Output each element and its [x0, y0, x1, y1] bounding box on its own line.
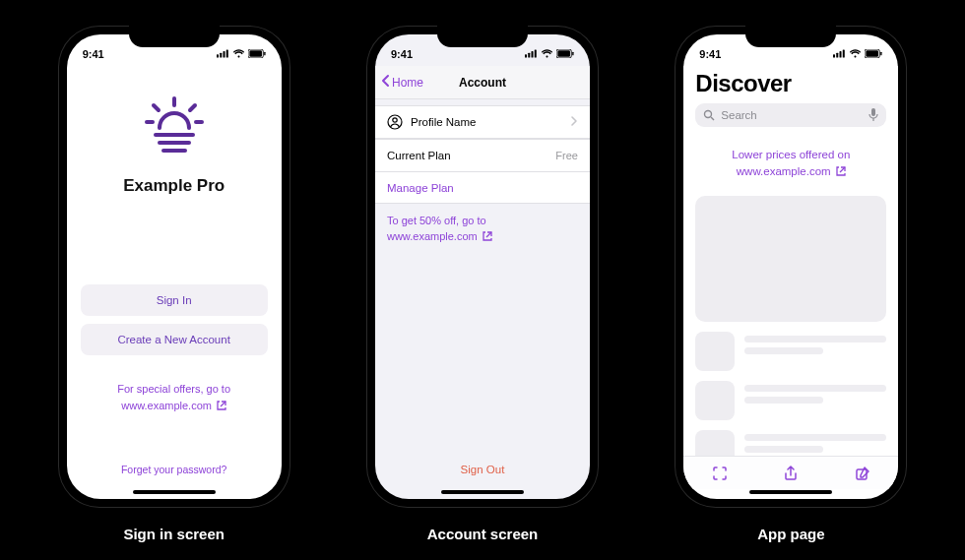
wifi-icon	[232, 48, 245, 60]
home-indicator	[441, 490, 524, 494]
phone-notch	[745, 26, 836, 47]
svg-rect-21	[572, 52, 573, 56]
discover-header: Discover	[683, 66, 898, 103]
search-input[interactable]: Search	[695, 103, 886, 127]
svg-rect-16	[528, 53, 530, 58]
phone-apppage: 9:41 Discover Search Lower prices offere…	[675, 26, 907, 508]
caption-account: Account screen	[427, 526, 539, 542]
svg-rect-3	[225, 49, 227, 57]
phone-account: 9:41 Home Account Profile Name	[366, 26, 599, 508]
manage-plan-label: Manage Plan	[387, 182, 454, 194]
svg-rect-1	[220, 53, 222, 58]
battery-icon	[865, 48, 882, 60]
hero-placeholder	[695, 196, 886, 322]
caption-signin: Sign in screen	[123, 526, 225, 542]
battery-icon	[248, 48, 266, 60]
list-item	[695, 332, 886, 371]
offer-link[interactable]: For special offers, go to www.example.co…	[81, 381, 268, 414]
foot-line2: www.example.com	[387, 230, 478, 242]
cellular-icon	[525, 48, 538, 60]
status-time: 9:41	[83, 48, 104, 60]
status-icons	[525, 48, 574, 60]
back-button[interactable]: Home	[381, 74, 423, 91]
svg-rect-27	[843, 49, 845, 57]
nav-title: Account	[459, 76, 506, 90]
svg-rect-15	[525, 54, 527, 57]
content-placeholders	[683, 192, 898, 500]
wifi-icon	[849, 48, 862, 60]
status-icons	[217, 48, 266, 60]
svg-rect-26	[840, 51, 842, 58]
chevron-right-icon	[570, 115, 578, 129]
svg-rect-33	[871, 108, 875, 116]
create-account-button[interactable]: Create a New Account	[81, 324, 268, 355]
app-title: Example Pro	[123, 176, 225, 196]
cellular-icon	[833, 48, 846, 60]
svg-rect-5	[249, 50, 262, 56]
plan-label: Current Plan	[387, 150, 451, 161]
caption-apppage: App page	[757, 526, 824, 542]
svg-rect-17	[531, 51, 533, 58]
navbar: Home Account	[375, 66, 590, 99]
scan-icon[interactable]	[712, 466, 728, 481]
discover-title: Discover	[695, 70, 886, 97]
svg-line-9	[190, 105, 195, 110]
svg-rect-29	[867, 50, 879, 56]
phone-notch	[437, 26, 528, 47]
chevron-left-icon	[381, 74, 391, 91]
search-placeholder: Search	[721, 109, 756, 121]
home-indicator	[749, 490, 832, 494]
svg-rect-25	[837, 53, 839, 58]
share-icon[interactable]	[783, 466, 799, 481]
svg-point-23	[393, 118, 397, 122]
svg-rect-18	[535, 49, 537, 57]
search-icon	[703, 109, 715, 121]
profile-label: Profile Name	[411, 116, 476, 128]
phone-notch	[129, 26, 220, 47]
svg-rect-2	[223, 51, 225, 58]
row-profile[interactable]: Profile Name	[375, 106, 590, 138]
offer-line2: www.example.com	[121, 400, 212, 411]
external-link-icon	[482, 230, 492, 246]
row-current-plan: Current Plan Free	[375, 140, 590, 171]
bottom-toolbar	[683, 456, 898, 489]
promo-line1: Lower prices offered on	[732, 149, 850, 160]
phone-signin: 9:41	[58, 26, 290, 508]
thumb-placeholder	[695, 381, 735, 420]
svg-rect-0	[217, 54, 219, 57]
signout-link[interactable]: Sign Out	[375, 464, 590, 475]
external-link-icon	[217, 399, 226, 415]
svg-rect-6	[264, 52, 265, 56]
promo-line2: www.example.com	[737, 165, 831, 177]
plan-value: Free	[555, 150, 578, 161]
list-item	[695, 381, 886, 420]
cellular-icon	[217, 48, 229, 60]
svg-rect-20	[557, 50, 570, 56]
forgot-password-link[interactable]: Forget your password?	[67, 464, 282, 475]
status-icons	[833, 48, 882, 60]
svg-line-32	[711, 117, 714, 120]
mic-icon[interactable]	[868, 108, 878, 122]
svg-rect-30	[881, 52, 882, 56]
wifi-icon	[541, 48, 553, 60]
status-time: 9:41	[699, 48, 721, 60]
external-link-icon	[836, 164, 846, 181]
status-time: 9:41	[391, 48, 413, 60]
offer-line1: For special offers, go to	[117, 383, 230, 395]
back-label: Home	[392, 76, 423, 90]
home-indicator	[133, 490, 216, 494]
svg-rect-24	[833, 54, 835, 57]
row-manage-plan[interactable]: Manage Plan	[375, 171, 590, 203]
thumb-placeholder	[695, 332, 735, 371]
svg-line-8	[154, 105, 159, 110]
signin-button[interactable]: Sign In	[81, 284, 268, 316]
offer-link[interactable]: To get 50% off, go to www.example.com	[375, 204, 590, 256]
svg-point-31	[705, 111, 712, 118]
foot-line1: To get 50% off, go to	[387, 215, 486, 226]
profile-icon	[387, 114, 403, 130]
offer-link[interactable]: Lower prices offered on www.example.com	[683, 133, 898, 192]
battery-icon	[556, 48, 574, 60]
compose-icon[interactable]	[855, 466, 870, 481]
app-logo-icon	[140, 95, 209, 155]
